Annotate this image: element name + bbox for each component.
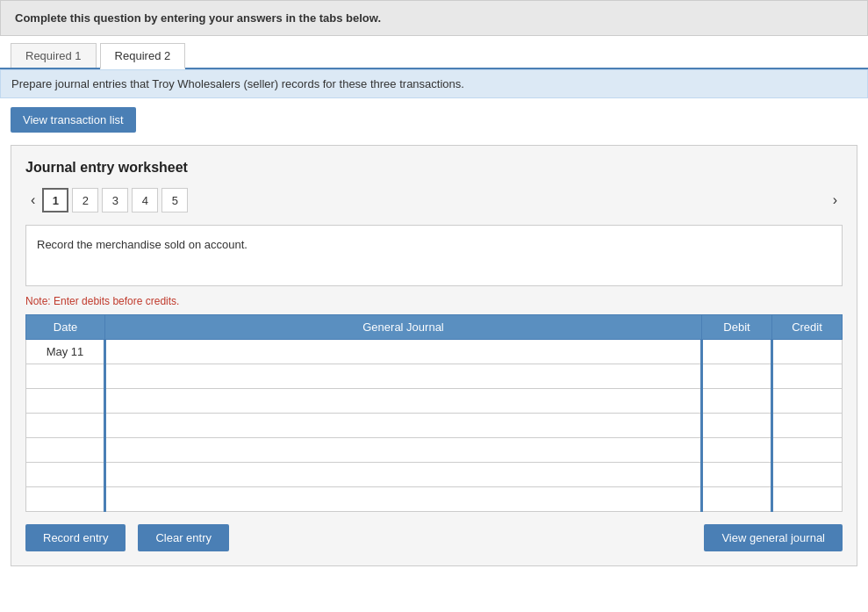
journal-input-3[interactable] [106, 414, 700, 437]
table-row [26, 463, 843, 487]
credit-cell-3 [772, 414, 843, 438]
debit-input-4[interactable] [703, 438, 771, 462]
debit-input-3[interactable] [703, 414, 771, 437]
clear-entry-button[interactable]: Clear entry [138, 524, 229, 551]
journal-input-4[interactable] [106, 438, 700, 462]
page-3-button[interactable]: 3 [102, 188, 128, 212]
main-container: Complete this question by entering your … [0, 0, 868, 612]
debit-cell-0 [702, 340, 772, 364]
credit-cell-4 [772, 438, 843, 463]
description-box: Record the merchandise sold on account. [25, 225, 843, 286]
credit-input-5[interactable] [773, 463, 842, 486]
record-entry-button[interactable]: Record entry [25, 524, 126, 551]
worksheet-container: Journal entry worksheet ‹ 1 2 3 4 5 › Re… [11, 145, 857, 566]
table-row [26, 364, 843, 389]
table-row [26, 389, 843, 414]
debit-input-1[interactable] [703, 364, 771, 388]
date-cell-2 [26, 389, 105, 414]
journal-cell-1 [105, 364, 702, 389]
prev-page-button[interactable]: ‹ [25, 191, 40, 210]
page-1-button[interactable]: 1 [42, 188, 68, 212]
journal-cell-5 [105, 463, 702, 487]
next-page-button[interactable]: › [828, 191, 843, 210]
date-cell-0: May 11 [26, 340, 105, 364]
tab-required2[interactable]: Required 2 [100, 43, 186, 69]
tab-required1[interactable]: Required 1 [11, 43, 97, 68]
date-cell-1 [26, 364, 105, 389]
col-header-date: Date [26, 315, 105, 340]
debit-cell-1 [702, 364, 772, 389]
page-4-button[interactable]: 4 [132, 188, 158, 212]
debit-cell-5 [702, 463, 772, 487]
table-row: May 11 [26, 340, 843, 364]
credit-input-4[interactable] [773, 438, 842, 462]
tabs-bar: Required 1 Required 2 [0, 36, 868, 69]
journal-input-1[interactable] [106, 364, 700, 388]
col-header-journal: General Journal [105, 315, 702, 340]
journal-input-0[interactable] [106, 340, 700, 364]
view-general-journal-button[interactable]: View general journal [704, 524, 843, 551]
debit-input-2[interactable] [703, 389, 771, 413]
credit-cell-5 [772, 463, 843, 487]
credit-cell-1 [772, 364, 843, 389]
debit-cell-3 [702, 414, 772, 438]
table-row [26, 414, 843, 438]
journal-cell-0 [105, 340, 702, 364]
journal-input-5[interactable] [106, 463, 700, 486]
journal-table: Date General Journal Debit Credit May 11 [25, 314, 843, 512]
pagination: ‹ 1 2 3 4 5 › [25, 188, 843, 212]
date-cell-5 [26, 463, 105, 487]
instruction-text: Complete this question by entering your … [15, 11, 381, 25]
view-transaction-button[interactable]: View transaction list [11, 107, 136, 133]
journal-cell-2 [105, 389, 702, 414]
credit-cell-0 [772, 340, 843, 364]
info-bar: Prepare journal entries that Troy Wholes… [0, 69, 868, 98]
date-cell-3 [26, 414, 105, 438]
page-5-button[interactable]: 5 [161, 188, 188, 212]
debit-input-5[interactable] [703, 463, 771, 486]
col-header-debit: Debit [702, 315, 772, 340]
debit-cell-2 [702, 389, 772, 414]
date-cell-6 [26, 487, 105, 512]
note-text: Note: Enter debits before credits. [25, 295, 843, 307]
credit-input-0[interactable] [773, 340, 842, 364]
debit-input-6[interactable] [703, 487, 771, 511]
journal-cell-6 [105, 487, 702, 512]
page-2-button[interactable]: 2 [72, 188, 98, 212]
worksheet-title: Journal entry worksheet [25, 160, 843, 176]
col-header-credit: Credit [772, 315, 843, 340]
credit-cell-6 [772, 487, 843, 512]
credit-input-3[interactable] [773, 414, 842, 437]
buttons-row: Record entry Clear entry View general jo… [25, 524, 843, 551]
credit-cell-2 [772, 389, 843, 414]
view-transaction-wrapper: View transaction list [0, 98, 868, 141]
credit-input-6[interactable] [773, 487, 842, 511]
debit-cell-4 [702, 438, 772, 463]
debit-input-0[interactable] [703, 340, 771, 364]
table-row [26, 487, 843, 512]
credit-input-2[interactable] [773, 389, 842, 413]
instruction-bar: Complete this question by entering your … [0, 0, 868, 36]
journal-input-2[interactable] [106, 389, 700, 413]
journal-cell-3 [105, 414, 702, 438]
journal-input-6[interactable] [106, 487, 700, 511]
journal-cell-4 [105, 438, 702, 463]
debit-cell-6 [702, 487, 772, 512]
credit-input-1[interactable] [773, 364, 842, 388]
table-row [26, 438, 843, 463]
date-cell-4 [26, 438, 105, 463]
